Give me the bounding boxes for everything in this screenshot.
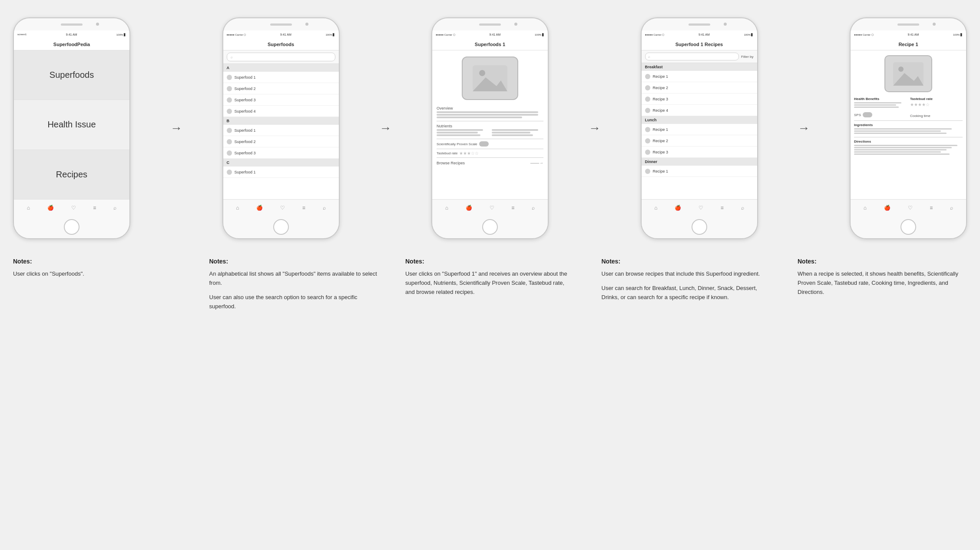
r-circle-l2: [645, 138, 650, 143]
tab-list-1[interactable]: ≡: [93, 205, 96, 211]
tab-list-5[interactable]: ≡: [930, 205, 933, 211]
iphone-4-bottom: [642, 216, 757, 238]
tab-health-2[interactable]: ♡: [280, 205, 285, 211]
list-item-a3[interactable]: Superfood 3: [223, 94, 339, 106]
iphone-4-top: [642, 18, 757, 30]
home-recipes[interactable]: Recipes: [14, 150, 129, 199]
tab-health-1[interactable]: ♡: [71, 205, 76, 211]
r-circle-l3: [645, 150, 650, 155]
section-breakfast: Breakfast: [642, 63, 757, 71]
n-line-2: [437, 132, 478, 133]
speaker-2: [270, 23, 292, 26]
list-item-b2[interactable]: Superfood 2: [223, 136, 339, 147]
battery-3: 100% ▊: [535, 33, 544, 36]
recipe-placeholder-svg: [893, 62, 924, 86]
recipe-b4[interactable]: Recipe 4: [642, 105, 757, 116]
list-item-a2[interactable]: Superfood 2: [223, 83, 339, 94]
tab-food-1[interactable]: 🍎: [47, 205, 54, 211]
divider-2: [437, 139, 543, 139]
dinner-header: Dinner: [645, 160, 658, 164]
tab-food-3[interactable]: 🍎: [466, 205, 472, 211]
home-button-3[interactable]: [482, 219, 498, 235]
item-a4-text: Superfood 4: [235, 109, 256, 113]
r-l3-text: Recipe 3: [653, 150, 669, 154]
section-a-label: A: [227, 66, 230, 70]
tab-list-3[interactable]: ≡: [511, 205, 514, 211]
home-superfoods[interactable]: Superfoods: [14, 50, 129, 100]
notes-text-5: When a recipe is selected, it shows heal…: [798, 270, 967, 297]
home-button-4[interactable]: [692, 219, 707, 235]
iphone-4: ●●●●● Carrier ⬡ 9:41 AM 100% ▊ Superfood…: [641, 17, 758, 239]
search-filter-row: ⌕ Filter by: [642, 50, 757, 63]
breakfast-header: Breakfast: [645, 65, 663, 69]
recipe-d1[interactable]: Recipe 1: [642, 166, 757, 177]
tab-health-4[interactable]: ♡: [699, 205, 703, 211]
home-button-2[interactable]: [273, 219, 289, 235]
recipe-b3[interactable]: Recipe 3: [642, 93, 757, 105]
list-item-a1[interactable]: Superfood 1: [223, 72, 339, 83]
search-input-4[interactable]: ⌕: [645, 53, 739, 60]
tab-food-2[interactable]: 🍎: [256, 205, 263, 211]
arrow-3-container: →: [577, 17, 612, 239]
tab-home-3[interactable]: ⌂: [445, 205, 448, 211]
tab-search-1[interactable]: ⌕: [113, 205, 116, 211]
r-l2-text: Recipe 2: [653, 139, 669, 143]
home-button-5[interactable]: [901, 219, 916, 235]
section-b-label: B: [227, 119, 230, 123]
tab-home-4[interactable]: ⌂: [654, 205, 657, 211]
phone-4-wrapper: ●●●●● Carrier ⬡ 9:41 AM 100% ▊ Superfood…: [641, 17, 758, 239]
n-line-6: [492, 134, 533, 136]
screen2-content: ⌕ A Superfood 1: [223, 50, 339, 199]
item-b3-text: Superfood 3: [235, 151, 256, 155]
recipe-image-container: [851, 50, 966, 96]
tab-food-5[interactable]: 🍎: [884, 205, 891, 211]
tab-list-4[interactable]: ≡: [721, 205, 724, 211]
tab-list-2[interactable]: ≡: [302, 205, 305, 211]
tab-search-4[interactable]: ⌕: [741, 205, 744, 211]
list-item-a4[interactable]: Superfood 4: [223, 106, 339, 117]
tab-health-5[interactable]: ♡: [908, 205, 913, 211]
list-item-b1[interactable]: Superfood 1: [223, 125, 339, 136]
tab-home-5[interactable]: ⌂: [864, 205, 867, 211]
tab-search-2[interactable]: ⌕: [323, 205, 326, 211]
nutrients-col-1: [437, 129, 488, 136]
arrow-1-container: →: [159, 17, 194, 239]
status-left-3: ●●●●● Carrier ⬡: [436, 33, 455, 36]
recipe-l3[interactable]: Recipe 3: [642, 147, 757, 158]
iphone-5-bottom: [851, 216, 966, 238]
circle-a4: [227, 109, 232, 114]
recipe-l1[interactable]: Recipe 1: [642, 124, 757, 135]
tab-search-3[interactable]: ⌕: [532, 205, 535, 211]
recipe-l2[interactable]: Recipe 2: [642, 135, 757, 147]
list-item-c1[interactable]: Superfood 1: [223, 167, 339, 178]
home-health-issue[interactable]: Health Issue: [14, 100, 129, 150]
dir-line-3: [854, 149, 947, 150]
notes-text-2b: User can also use the search option to s…: [209, 293, 379, 311]
stars-5[interactable]: ★★★★☆: [910, 102, 963, 107]
search-input-2[interactable]: ⌕: [227, 53, 335, 61]
browse-row[interactable]: Browse Recipes ——→: [432, 159, 548, 167]
status-bar-5: ●●●●● Carrier ⬡ 9:41 AM 100% ▊: [851, 30, 966, 38]
notes-text-3: User clicks on "Superfood 1" and receive…: [405, 270, 575, 297]
list-content-2: A Superfood 1 Superfood 2: [223, 64, 339, 199]
battery-1: 100% ▊: [116, 33, 126, 36]
nav-bar-4: Superfood 1 Recipes: [642, 38, 757, 50]
recipes-label: Recipes: [56, 170, 87, 180]
list-item-b3[interactable]: Superfood 3: [223, 147, 339, 159]
recipe-top-row: Health Benefits Tastebud rate ★★★★☆: [851, 96, 966, 110]
stars[interactable]: ★★★☆☆: [459, 151, 479, 156]
tab-search-5[interactable]: ⌕: [950, 205, 953, 211]
nav-bar-1: SuperfoodPedia: [14, 38, 129, 50]
tab-home-2[interactable]: ⌂: [236, 205, 239, 211]
detail-image-3: [462, 57, 518, 100]
recipe-b2[interactable]: Recipe 2: [642, 82, 757, 93]
tab-health-3[interactable]: ♡: [490, 205, 494, 211]
filter-label[interactable]: Filter by: [741, 55, 753, 59]
home-button-1[interactable]: [64, 219, 79, 235]
tab-food-4[interactable]: 🍎: [675, 205, 681, 211]
tab-home-1[interactable]: ⌂: [27, 205, 30, 211]
speaker-3: [479, 23, 501, 26]
recipe-b1[interactable]: Recipe 1: [642, 71, 757, 82]
overview-lines: [437, 111, 543, 118]
screen1-title: SuperfoodPedia: [53, 42, 90, 47]
